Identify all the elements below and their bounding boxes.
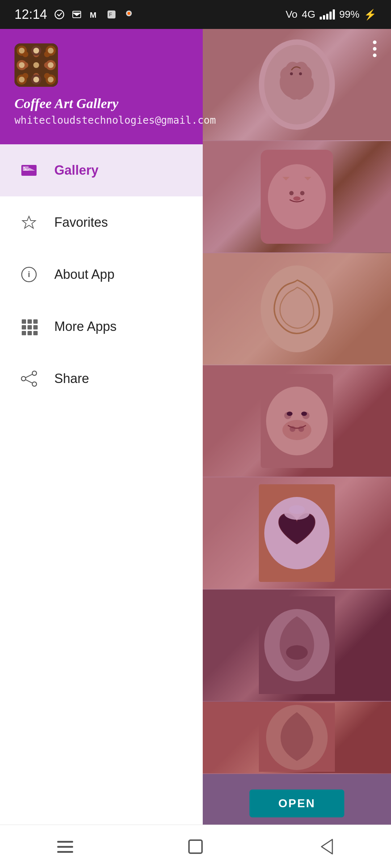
battery-level: 99% xyxy=(339,9,360,20)
more-apps-label: More Apps xyxy=(54,319,117,334)
three-dots-menu[interactable] xyxy=(367,35,382,63)
gallery-icon xyxy=(18,159,40,181)
svg-point-22 xyxy=(33,77,39,82)
svg-point-24 xyxy=(48,77,54,82)
menu-list: Gallery Favorites i Ab xyxy=(0,144,203,825)
signal-bar-3 xyxy=(326,14,328,20)
svg-text:i: i xyxy=(28,270,30,279)
svg-rect-35 xyxy=(22,325,26,329)
svg-text:F: F xyxy=(109,12,112,17)
menu-item-favorites[interactable]: Favorites xyxy=(0,196,203,248)
status-bar-left: 12:14 M xyxy=(14,7,135,22)
gallery-overlay xyxy=(203,29,391,825)
main-container: Coffee Art Gallery whitecloudstechnologi… xyxy=(0,29,391,825)
svg-rect-40 xyxy=(33,331,38,335)
dot-3 xyxy=(373,54,377,57)
nav-menu-button[interactable] xyxy=(51,836,80,858)
signal-bar-2 xyxy=(323,15,325,20)
svg-marker-82 xyxy=(321,839,332,854)
charging-icon: ⚡ xyxy=(364,9,377,21)
bottom-navigation xyxy=(0,825,391,868)
notification-icon-5 xyxy=(122,8,135,21)
gallery-label: Gallery xyxy=(54,163,98,178)
svg-rect-79 xyxy=(57,846,73,848)
app-icon xyxy=(14,43,58,87)
svg-point-42 xyxy=(32,382,37,386)
svg-rect-39 xyxy=(28,331,32,335)
more-apps-icon xyxy=(18,316,40,337)
app-email: whitecloudstechnologies@gmail.com xyxy=(14,114,188,126)
svg-rect-38 xyxy=(22,331,26,335)
svg-point-20 xyxy=(19,77,25,82)
svg-rect-32 xyxy=(22,319,26,324)
menu-item-gallery[interactable]: Gallery xyxy=(0,144,203,196)
notification-icon-1 xyxy=(53,8,66,21)
favorites-icon xyxy=(18,212,40,233)
signal-bar-4 xyxy=(329,12,332,20)
status-icons: M F xyxy=(53,8,135,21)
notification-icon-2 xyxy=(70,8,83,21)
svg-point-6 xyxy=(127,12,130,15)
svg-rect-81 xyxy=(189,840,202,853)
favorites-label: Favorites xyxy=(54,215,108,230)
svg-rect-33 xyxy=(28,319,32,324)
volte-indicator: Vo xyxy=(286,9,298,20)
svg-rect-37 xyxy=(33,325,38,329)
svg-point-16 xyxy=(33,62,39,68)
menu-item-about[interactable]: i About App xyxy=(0,248,203,301)
svg-text:M: M xyxy=(90,10,96,20)
navigation-drawer: Coffee Art Gallery whitecloudstechnologi… xyxy=(0,29,203,825)
status-bar: 12:14 M xyxy=(0,0,391,29)
about-label: About App xyxy=(54,267,114,282)
nav-home-button[interactable] xyxy=(181,836,210,858)
status-time: 12:14 xyxy=(14,7,47,22)
open-button[interactable]: OPEN xyxy=(249,790,345,817)
open-button-overlay: OPEN xyxy=(203,790,391,817)
app-name: Coffee Art Gallery xyxy=(14,95,188,111)
svg-rect-80 xyxy=(57,851,73,853)
svg-point-12 xyxy=(48,48,54,54)
svg-line-45 xyxy=(26,380,32,383)
svg-point-0 xyxy=(55,10,64,19)
svg-point-10 xyxy=(33,48,39,54)
dot-2 xyxy=(373,47,377,51)
app-icon-inner xyxy=(14,43,58,87)
about-icon: i xyxy=(18,264,40,285)
svg-point-27 xyxy=(24,167,25,169)
status-bar-right: Vo 4G 99% ⚡ xyxy=(286,9,377,21)
drawer-header: Coffee Art Gallery whitecloudstechnologi… xyxy=(0,29,203,144)
notification-icon-4: F xyxy=(105,8,118,21)
svg-point-18 xyxy=(48,62,54,68)
svg-marker-29 xyxy=(22,216,35,228)
svg-point-14 xyxy=(19,62,25,68)
svg-rect-36 xyxy=(28,325,32,329)
signal-type: 4G xyxy=(302,9,315,20)
svg-rect-34 xyxy=(33,319,38,324)
svg-point-8 xyxy=(19,48,25,54)
signal-bar-1 xyxy=(320,17,322,20)
signal-bar-5 xyxy=(333,9,335,20)
svg-rect-78 xyxy=(57,841,73,843)
menu-item-share[interactable]: Share xyxy=(0,353,203,405)
menu-item-more-apps[interactable]: More Apps xyxy=(0,301,203,353)
share-icon xyxy=(18,368,40,390)
svg-point-41 xyxy=(32,371,37,375)
share-label: Share xyxy=(54,371,89,386)
signal-bars xyxy=(320,9,335,20)
gallery-panel: OPEN xyxy=(203,29,391,825)
svg-point-43 xyxy=(21,376,26,381)
nav-back-button[interactable] xyxy=(311,836,340,858)
dot-1 xyxy=(373,41,377,44)
notification-icon-3: M xyxy=(88,8,101,21)
svg-line-44 xyxy=(26,374,32,378)
